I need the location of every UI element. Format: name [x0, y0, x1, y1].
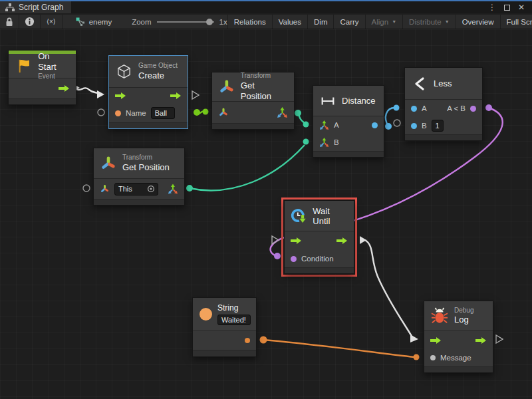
flow-in-port[interactable]: [115, 92, 126, 100]
wire-arrowhead: [97, 90, 104, 98]
flow-in-port[interactable]: [430, 336, 442, 344]
node-footer: [109, 122, 188, 128]
vector3-input-port[interactable]: [319, 138, 329, 148]
vector3-output-port[interactable]: [168, 184, 178, 195]
message-input-port[interactable]: [430, 355, 436, 360]
variables-icon: ⟨×⟩: [47, 18, 56, 25]
vector3-input-port[interactable]: [319, 120, 329, 130]
condition-input-port[interactable]: [291, 256, 297, 262]
wire-distance-less[interactable]: [386, 108, 395, 126]
carry-button[interactable]: Carry: [334, 15, 365, 29]
wire-getposition-distance-b[interactable]: [190, 145, 305, 190]
toolbar: ⟨×⟩ enemy Zoom 1x Relations Values Dim C…: [0, 15, 532, 29]
node-category: Transform: [122, 154, 170, 162]
graph-node-icon: [76, 17, 85, 26]
result-output-port[interactable]: [372, 122, 378, 128]
node-footer: [285, 267, 354, 273]
node-title: Create: [138, 70, 178, 81]
node-string[interactable]: String: [192, 297, 257, 357]
node-on-start[interactable]: On Start Event: [8, 50, 76, 105]
lock-icon: [5, 17, 13, 27]
unconnected-input-less-b[interactable]: [394, 120, 400, 126]
target-field[interactable]: [115, 184, 147, 194]
node-title: On Start: [38, 51, 69, 73]
unconnected-input-create-name[interactable]: [98, 109, 104, 116]
zoom-slider[interactable]: [157, 21, 214, 23]
less-icon: [412, 76, 428, 92]
flow-out-port[interactable]: [336, 237, 348, 245]
flow-out-port[interactable]: [475, 336, 487, 344]
zoom-value: 1x: [219, 18, 227, 26]
wire-onstart-create[interactable]: [74, 88, 99, 94]
name-input-port[interactable]: [115, 110, 121, 116]
node-category: Debug: [454, 307, 473, 315]
wire-start-cap: [360, 236, 366, 244]
node-title: Log: [454, 315, 473, 325]
full-screen-button[interactable]: Full Screen: [501, 15, 532, 29]
transform-icon: [100, 156, 116, 172]
node-get-position-top[interactable]: Transform Get Position: [211, 72, 295, 130]
node-footer: [424, 366, 493, 372]
values-button[interactable]: Values: [273, 15, 308, 29]
unity-script-graph-window: Script Graph ⋮ ✕ ⟨×⟩: [0, 0, 532, 399]
string-output-port[interactable]: [245, 338, 250, 343]
wire-create-getposition[interactable]: [197, 111, 205, 113]
relations-button[interactable]: Relations: [228, 15, 273, 29]
unconnected-flow-out-debuglog[interactable]: [496, 335, 503, 343]
b-value-field[interactable]: [432, 120, 444, 132]
tab-script-graph[interactable]: Script Graph: [0, 1, 71, 13]
wire-string-debuglog[interactable]: [263, 340, 415, 357]
b-input-port[interactable]: [411, 123, 417, 129]
kebab-menu-icon[interactable]: ⋮: [487, 2, 497, 13]
string-value-field[interactable]: [217, 315, 251, 325]
window-controls: ⋮ ✕: [487, 2, 532, 13]
node-category: Transform: [241, 72, 287, 80]
unconnected-flow-out-create[interactable]: [192, 91, 199, 99]
a-input-port[interactable]: [411, 106, 417, 112]
close-icon[interactable]: ✕: [516, 2, 527, 13]
wire-getposition-distance-a[interactable]: [298, 113, 305, 124]
result-output-port[interactable]: [470, 106, 476, 112]
tab-title: Script Graph: [19, 3, 63, 12]
node-footer: [313, 151, 384, 157]
transform-input-port[interactable]: [218, 107, 229, 118]
wait-until-icon: [290, 207, 308, 225]
result-label: A < B: [447, 104, 466, 112]
flow-out-port[interactable]: [170, 92, 182, 100]
distribute-dropdown[interactable]: Distribute▼: [403, 15, 456, 29]
info-button[interactable]: [19, 15, 41, 29]
graph-variables-button[interactable]: ⟨×⟩: [41, 15, 63, 29]
node-distance[interactable]: Distance A B: [313, 85, 384, 158]
unconnected-flow-in-waituntil[interactable]: [272, 236, 279, 244]
vector3-output-port[interactable]: [277, 107, 288, 118]
flow-out-port[interactable]: [59, 84, 70, 92]
dim-button[interactable]: Dim: [308, 15, 334, 29]
align-dropdown[interactable]: Align▼: [366, 15, 404, 29]
unconnected-input-getposition-this[interactable]: [83, 185, 90, 192]
node-category: Game Object: [138, 62, 178, 70]
flow-in-port[interactable]: [291, 237, 302, 245]
node-debug-log[interactable]: Debug Log Message: [424, 301, 493, 373]
title-bar: Script Graph ⋮ ✕: [0, 0, 532, 13]
name-field[interactable]: [151, 107, 175, 119]
node-less[interactable]: Less A A < B B: [404, 67, 483, 141]
lock-button[interactable]: [0, 15, 19, 29]
flag-icon: [15, 57, 32, 74]
zoom-slider-handle[interactable]: [206, 19, 213, 25]
graph-canvas[interactable]: On Start Event Game Object Create: [0, 29, 532, 399]
node-get-position-bottom[interactable]: Transform Get Position: [93, 148, 185, 205]
transform-input-port[interactable]: [100, 184, 110, 194]
object-picker-icon[interactable]: [147, 185, 155, 193]
wire-waituntil-debuglog[interactable]: [365, 240, 412, 337]
maximize-icon[interactable]: [501, 2, 512, 13]
port-label: Condition: [301, 255, 334, 263]
node-wait-until[interactable]: Wait Until Condition: [284, 200, 354, 274]
node-title: Wait Until: [313, 206, 348, 226]
node-create[interactable]: Game Object Create Name: [108, 55, 188, 129]
node-footer: [405, 134, 482, 140]
node-footer: [212, 123, 294, 129]
zoom-control: Zoom 1x: [132, 15, 227, 29]
graph-breadcrumb[interactable]: enemy: [76, 15, 112, 29]
distance-icon: [320, 96, 336, 106]
overview-button[interactable]: Overview: [456, 15, 501, 29]
